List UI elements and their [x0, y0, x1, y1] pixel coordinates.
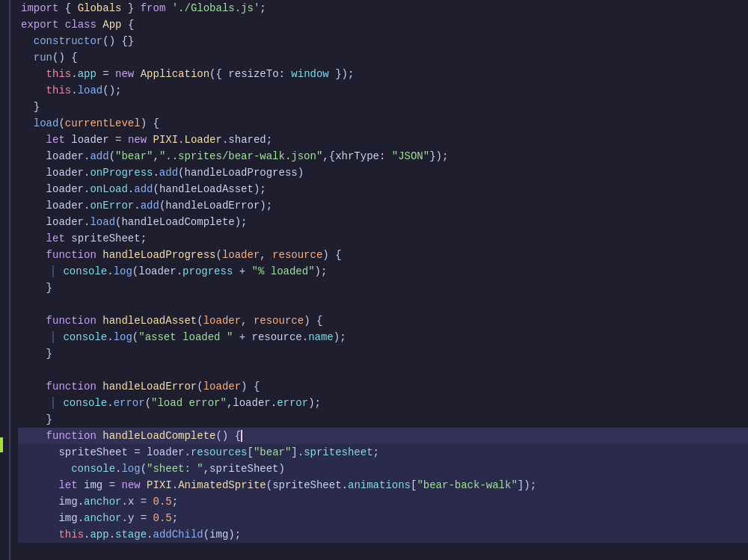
code-line: function handleLoadError(loader) { [18, 378, 748, 395]
code-line: loader.load(handleLoadComplete); [18, 214, 748, 230]
code-line: let loader = new PIXI.Loader.shared; [18, 132, 748, 148]
code-line [18, 362, 748, 378]
code-line: } [18, 345, 748, 362]
code-area: import { Globals } from './Globals.js'; … [0, 0, 748, 560]
code-line: console.log("asset loaded " + resource.n… [18, 329, 748, 345]
code-line: constructor() {} [18, 33, 748, 49]
code-line: load(currentLevel) { [18, 115, 748, 132]
code-line: } [18, 280, 748, 296]
code-line: let spriteSheet; [18, 230, 748, 247]
code-line: this.load(); [18, 82, 748, 99]
code-line: export class App { [18, 16, 748, 33]
code-line [18, 296, 748, 313]
code-line: console.error("load error",loader.error)… [18, 395, 748, 411]
code-line: spriteSheet = loader.resources["bear"].s… [18, 444, 748, 461]
code-line: loader.add("bear","..sprites/bear-walk.j… [18, 148, 748, 164]
code-content[interactable]: import { Globals } from './Globals.js'; … [10, 0, 748, 560]
code-line: import { Globals } from './Globals.js'; [18, 0, 748, 16]
code-line: run() { [18, 49, 748, 66]
code-line: loader.onLoad.add(handleLoadAsset); [18, 181, 748, 197]
code-line: this.app.stage.addChild(img); [18, 526, 748, 543]
code-line: console.log("sheet: ",spriteSheet) [18, 461, 748, 477]
code-line: } [18, 411, 748, 428]
code-line: } [18, 99, 748, 115]
code-line: function handleLoadAsset(loader, resourc… [18, 313, 748, 329]
active-line-indicator [0, 437, 3, 452]
code-line: loader.onProgress.add(handleLoadProgress… [18, 164, 748, 181]
code-editor: import { Globals } from './Globals.js'; … [0, 0, 748, 560]
code-line: let img = new PIXI.AnimatedSprite(sprite… [18, 477, 748, 493]
code-line-current: function handleLoadComplete() { [18, 428, 748, 444]
code-line: img.anchor.y = 0.5; [18, 510, 748, 526]
code-line: this.app = new Application({ resizeTo: w… [18, 66, 748, 82]
line-gutter [0, 0, 10, 560]
code-line: console.log(loader.progress + "% loaded"… [18, 263, 748, 280]
code-line: loader.onError.add(handleLoadError); [18, 197, 748, 214]
code-line: function handleLoadProgress(loader, reso… [18, 247, 748, 263]
code-line: img.anchor.x = 0.5; [18, 493, 748, 510]
